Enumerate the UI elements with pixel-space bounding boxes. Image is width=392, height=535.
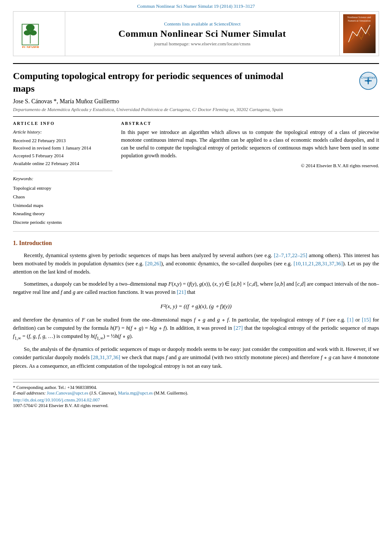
keywords-label: Keywords: bbox=[13, 175, 112, 183]
authors: Jose S. Cánovas *, María Muñoz Guillermo bbox=[13, 98, 379, 105]
article-info-col: ARTICLE INFO Article history: Received 2… bbox=[13, 121, 112, 227]
ref-15[interactable]: [15] bbox=[362, 317, 371, 323]
abstract-text: In this paper we introduce an algorithm … bbox=[121, 128, 379, 159]
corresponding-author-note: * Corresponding author. Tel.: +34 968338… bbox=[13, 385, 379, 390]
svg-point-12 bbox=[367, 80, 370, 82]
crossmark-icon: CrossMark bbox=[359, 71, 378, 90]
keyword-1: Topological entropy bbox=[13, 184, 112, 193]
cover-image: Nonlinear Science and Numerical Simulati… bbox=[343, 14, 376, 53]
article-info-abstract: ARTICLE INFO Article history: Received 2… bbox=[13, 116, 379, 232]
crossmark-badge[interactable]: CrossMark bbox=[357, 70, 379, 92]
elsevier-logo-section: ELSEVIER bbox=[13, 12, 65, 56]
keywords-section: Keywords: Topological entropy Chaos Unim… bbox=[13, 175, 112, 227]
journal-homepage: journal homepage: www.elsevier.com/locat… bbox=[154, 41, 251, 46]
keyword-5: Discrete periodic systems bbox=[13, 218, 112, 227]
intro-para-2: Sometimes, a duopoly can be modeled by a… bbox=[13, 280, 379, 297]
copyright-notice: © 2014 Elsevier B.V. All rights reserved… bbox=[121, 163, 379, 168]
ref-20-26[interactable]: [20,26] bbox=[145, 261, 161, 267]
footer-rule bbox=[13, 382, 379, 382]
cover-text: Nonlinear Science and Numerical Simulati… bbox=[345, 16, 374, 23]
keyword-4: Kneading theory bbox=[13, 210, 112, 218]
journal-header-center: Contents lists available at ScienceDirec… bbox=[65, 12, 340, 56]
article-history: Article history: Received 22 February 20… bbox=[13, 128, 112, 171]
article-title-section: Computing topological entropy for period… bbox=[13, 64, 379, 98]
email-2-name: (M.M. Guillermo). bbox=[154, 391, 188, 395]
email-2-link[interactable]: Maria.mg@upct.es bbox=[118, 391, 153, 395]
math-formula-1: F²(x, y) = ((f ∘ g)(x), (g ∘ f)(y)) bbox=[13, 302, 379, 311]
main-body: 1. Introduction Recently, dynamical syst… bbox=[13, 239, 379, 370]
article-content: Computing topological entropy for period… bbox=[13, 63, 379, 408]
ref-28-36[interactable]: [28,31,37,36] bbox=[91, 354, 121, 360]
ref-2-7[interactable]: [2–7,17,22–25] bbox=[274, 252, 307, 258]
doi-link[interactable]: http://dx.doi.org/10.1016/j.cnsns.2014.0… bbox=[13, 397, 379, 402]
intro-para-4: So, the analysis of the dynamics of peri… bbox=[13, 345, 379, 370]
email-1-link[interactable]: Jose.Canovas@upct.es bbox=[47, 391, 88, 395]
intro-heading: 1. Introduction bbox=[13, 239, 379, 248]
svg-point-4 bbox=[30, 30, 37, 35]
email-addresses-note: E-mail addresses: Jose.Canovas@upct.es (… bbox=[13, 391, 379, 395]
top-banner: Commun Nonlinear Sci Numer Simulat 19 (2… bbox=[0, 0, 392, 11]
abstract-label: ABSTRACT bbox=[121, 121, 379, 126]
ref-21[interactable]: [21] bbox=[177, 289, 186, 295]
keyword-2: Chaos bbox=[13, 193, 112, 201]
article-info-label: ARTICLE INFO bbox=[13, 121, 112, 126]
ref-10-11[interactable]: [10,11,21,28,31,37,36] bbox=[293, 261, 343, 267]
ref-27[interactable]: [27] bbox=[234, 325, 243, 331]
available-date: Available online 22 February 2014 bbox=[13, 160, 112, 168]
intro-para-3: and therefore the dynamics of F can be s… bbox=[13, 316, 379, 342]
svg-rect-6 bbox=[346, 23, 372, 45]
svg-text:ELSEVIER: ELSEVIER bbox=[22, 45, 39, 48]
article-title: Computing topological entropy for period… bbox=[13, 70, 290, 95]
elsevier-logo-icon: ELSEVIER bbox=[20, 20, 59, 48]
cover-chart-icon bbox=[346, 23, 372, 45]
keyword-3: Unimodal maps bbox=[13, 201, 112, 210]
accepted-date: Accepted 5 February 2014 bbox=[13, 152, 112, 160]
journal-title: Commun Nonlinear Sci Numer Simulat bbox=[118, 28, 286, 39]
revised-date: Received in revised form 1 January 2014 bbox=[13, 144, 112, 152]
issn-notice: 1007-5704/© 2014 Elsevier B.V. All right… bbox=[13, 403, 379, 408]
received-date: Received 22 February 2013 bbox=[13, 137, 112, 145]
journal-header: ELSEVIER Contents lists available at Sci… bbox=[13, 11, 379, 56]
email-1-name: (J.S. Cánovas), bbox=[89, 391, 117, 395]
svg-point-3 bbox=[24, 30, 31, 35]
journal-cover: Nonlinear Science and Numerical Simulati… bbox=[340, 12, 379, 56]
footer-section: * Corresponding author. Tel.: +34 968338… bbox=[13, 379, 379, 408]
abstract-col: ABSTRACT In this paper we introduce an a… bbox=[121, 121, 379, 227]
ref-1[interactable]: [1] bbox=[347, 317, 354, 323]
affiliation: Departamento de Matemática Aplicada y Es… bbox=[13, 107, 379, 112]
svg-point-2 bbox=[26, 24, 35, 31]
intro-para-1: Recently, dynamical systems given by per… bbox=[13, 252, 379, 277]
sciencedirect-text[interactable]: Contents lists available at ScienceDirec… bbox=[164, 21, 240, 26]
history-title: Article history: bbox=[13, 128, 112, 136]
